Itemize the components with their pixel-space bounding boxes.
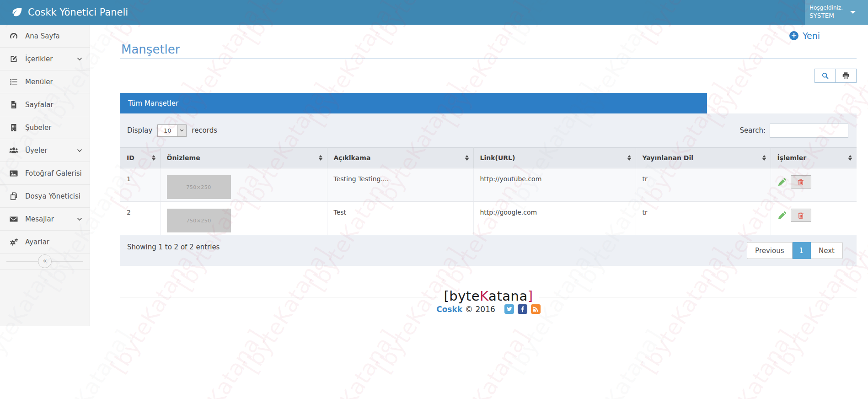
sidebar-collapse-button[interactable]: «	[38, 254, 52, 268]
edit-icon	[9, 54, 18, 64]
headlines-table: ID Önizleme Açıklkama Link(URL) Yayınlan…	[120, 147, 857, 235]
page-number-button[interactable]: 1	[793, 242, 811, 259]
trash-icon	[797, 178, 804, 186]
search-input[interactable]	[770, 124, 848, 138]
main-content: Manşetler Yeni Tüm Manşetler Di	[90, 25, 868, 314]
table-toolbar	[120, 69, 857, 83]
column-header-onizleme[interactable]: Önizleme	[160, 148, 327, 168]
facebook-icon[interactable]	[518, 304, 527, 314]
user-menu[interactable]: Hoşgeldiniz, SYSTEM	[805, 0, 868, 25]
sidebar-item-label: Mesajlar	[25, 215, 77, 223]
rss-icon[interactable]	[531, 304, 541, 314]
edit-button[interactable]	[777, 178, 787, 187]
sidebar-item-ayarlar[interactable]: Ayarlar	[0, 231, 90, 253]
image-icon	[9, 169, 18, 178]
search-label: Search:	[739, 126, 766, 135]
cell-actions	[771, 202, 857, 235]
chevron-down-icon	[77, 217, 82, 221]
bytekatana-logo: [byteKatana]	[438, 288, 538, 304]
cell-id: 1	[120, 168, 160, 202]
cell-preview: 750×250	[160, 202, 327, 235]
dashboard-icon	[9, 32, 18, 41]
new-button[interactable]: Yeni	[789, 31, 820, 41]
search-control: Search:	[739, 124, 848, 138]
user-welcome: Hoşgeldiniz, SYSTEM	[809, 5, 843, 20]
copy-icon	[9, 192, 18, 201]
delete-button[interactable]	[791, 175, 811, 189]
table-header-row: ID Önizleme Açıklkama Link(URL) Yayınlan…	[120, 148, 857, 168]
column-header-link[interactable]: Link(URL)	[473, 148, 636, 168]
plus-icon	[789, 31, 798, 40]
sidebar-item-ana-sayfa[interactable]: Ana Sayfa	[0, 25, 90, 48]
cell-language: tr	[636, 168, 771, 202]
sort-icon	[627, 155, 631, 161]
table-row: 2 750×250 Test http://google.com tr	[120, 202, 857, 235]
sidebar-item-menuler[interactable]: Menüler	[0, 70, 90, 93]
sort-icon	[319, 155, 322, 161]
column-header-yayinlanan-dil[interactable]: Yayınlanan Dil	[636, 148, 771, 168]
panel-title: Tüm Manşetler	[120, 93, 707, 113]
display-count-select[interactable]: 10	[157, 124, 187, 137]
sidebar-item-uyeler[interactable]: Üyeler	[0, 139, 90, 162]
sidebar-item-label: Ayarlar	[25, 238, 82, 246]
previous-page-button[interactable]: Previous	[747, 242, 792, 259]
toolbar-button-group	[814, 69, 857, 83]
records-label: records	[192, 126, 217, 135]
page-header: Manşetler Yeni	[120, 25, 857, 59]
column-header-id[interactable]: ID	[120, 148, 160, 168]
sidebar: Ana Sayfa İçerikler Menüler Sayfalar Şub…	[0, 25, 90, 326]
collapse-icon: «	[43, 257, 47, 265]
sort-icon	[848, 155, 852, 161]
preview-placeholder-image: 750×250	[167, 209, 231, 232]
sidebar-item-fotograf-galerisi[interactable]: Fotoğraf Galerisi	[0, 162, 90, 185]
print-icon	[842, 72, 850, 80]
sort-icon	[762, 155, 766, 161]
sidebar-item-label: Fotoğraf Galerisi	[25, 169, 82, 178]
building-icon	[9, 123, 18, 132]
sort-icon	[465, 155, 469, 161]
twitter-icon[interactable]	[504, 304, 514, 314]
cell-description: Test	[327, 202, 473, 235]
next-page-button[interactable]: Next	[811, 242, 843, 259]
app-title: Coskk Yönetici Paneli	[28, 7, 128, 18]
sidebar-collapse-row: «	[0, 253, 90, 270]
column-header-aciklama[interactable]: Açıklkama	[327, 148, 473, 168]
chevron-down-icon	[77, 57, 82, 61]
users-icon	[9, 146, 18, 155]
list-icon	[9, 77, 18, 86]
sidebar-item-label: Şubeler	[25, 124, 82, 132]
datatable-controls: Display 10 records Search:	[120, 113, 857, 147]
page-title: Manşetler	[121, 43, 180, 56]
sidebar-item-label: Sayfalar	[25, 101, 82, 109]
sidebar-item-icerikler[interactable]: İçerikler	[0, 48, 90, 70]
cell-id: 2	[120, 202, 160, 235]
top-bar: Coskk Yönetici Paneli Hoşgeldiniz, SYSTE…	[0, 0, 868, 25]
site-footer: [byteKatana] Coskk © 2016	[120, 297, 857, 314]
cell-language: tr	[636, 202, 771, 235]
sidebar-item-label: Dosya Yöneticisi	[25, 192, 82, 200]
sidebar-item-sayfalar[interactable]: Sayfalar	[0, 93, 90, 116]
caret-down-icon	[850, 11, 856, 14]
display-count-value: 10	[158, 125, 177, 136]
datatable-wrapper: Display 10 records Search:	[120, 113, 857, 266]
edit-button[interactable]	[777, 211, 787, 220]
chevron-down-icon	[77, 149, 82, 152]
sidebar-item-label: İçerikler	[25, 55, 77, 63]
sidebar-item-subeler[interactable]: Şubeler	[0, 116, 90, 139]
delete-button[interactable]	[791, 209, 811, 222]
search-button[interactable]	[814, 69, 836, 83]
cell-link: http://youtube.com	[473, 168, 636, 202]
column-header-islemler[interactable]: İşlemler	[771, 148, 857, 168]
display-label: Display	[127, 126, 152, 135]
sidebar-item-mesajlar[interactable]: Mesajlar	[0, 208, 90, 231]
brand-link[interactable]: Coskk	[436, 305, 462, 314]
envelope-icon	[9, 215, 18, 224]
file-icon	[9, 100, 18, 109]
print-button[interactable]	[836, 69, 857, 83]
app-brand: Coskk Yönetici Paneli	[11, 6, 128, 19]
sidebar-item-dosya-yoneticisi[interactable]: Dosya Yöneticisi	[0, 185, 90, 208]
pencil-icon	[777, 211, 787, 220]
sidebar-item-label: Menüler	[25, 78, 82, 86]
sort-icon	[152, 155, 155, 161]
pencil-icon	[777, 178, 787, 187]
